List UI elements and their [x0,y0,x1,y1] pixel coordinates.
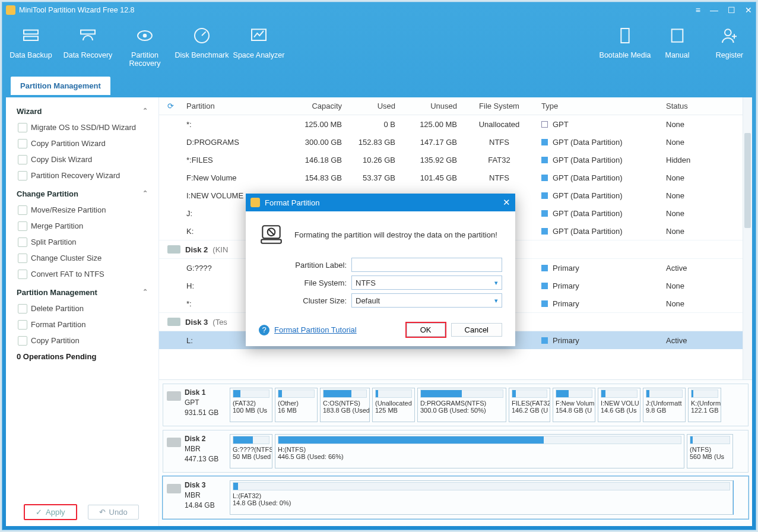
warning-icon [259,222,284,247]
format-partition-dialog: Format Partition ✕ Formating the partiti… [246,194,515,346]
label-cluster-size: Cluster Size: [259,296,351,305]
ok-button[interactable]: OK [407,323,445,337]
svg-line-12 [268,229,275,236]
label-partition-label: Partition Label: [259,261,351,270]
dialog-title: Format Partition [265,198,319,207]
label-file-system: File System: [259,278,351,287]
dialog-close-icon[interactable]: ✕ [503,197,510,208]
dialog-titlebar: Format Partition ✕ [246,194,515,211]
file-system-select[interactable]: NTFS [351,276,502,290]
warning-text: Formating the partition will destroy the… [294,230,497,239]
svg-rect-13 [261,239,281,243]
modal-backdrop: Format Partition ✕ Formating the partiti… [0,0,758,532]
app-logo-icon [250,198,260,207]
partition-label-input[interactable] [351,258,502,272]
cluster-size-select[interactable]: Default [351,293,502,308]
tutorial-link[interactable]: Format Partition Tutorial [274,325,357,334]
help-icon[interactable]: ? [259,325,269,335]
cancel-button[interactable]: Cancel [451,323,502,337]
